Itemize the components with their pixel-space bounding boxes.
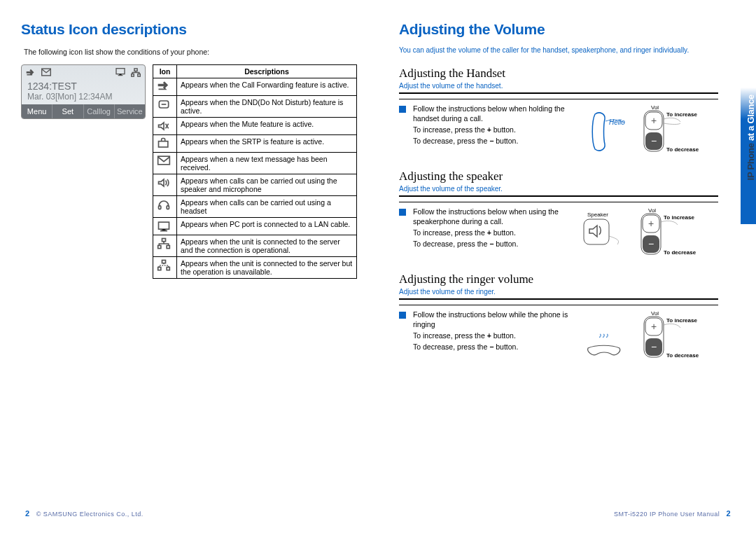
- left-intro: The following icon list show the conditi…: [24, 48, 357, 56]
- inst-text: Follow the instructions below when holdi…: [413, 104, 574, 147]
- cell-desc: Appears when the unit is connected to th…: [177, 257, 357, 279]
- cell-desc: Appears when the unit is connected to th…: [177, 235, 357, 257]
- cell-desc: Appears when the Mute feature is active.: [177, 118, 357, 135]
- section-ringer: Adjusting the ringer volume Adjust the v…: [399, 272, 718, 359]
- svg-rect-15: [162, 261, 166, 263]
- softkey-menu: Menu: [22, 104, 52, 118]
- envelope-icon: [41, 68, 51, 78]
- right-footer-text: SMT-i5220 IP Phone User Manual: [614, 511, 720, 518]
- h-speaker: Adjusting the speaker: [399, 169, 718, 184]
- cell-desc: Appears when calls can be carried out us…: [177, 196, 357, 218]
- icon-description-table: Ion Descriptions Appears when the Call F…: [153, 64, 357, 279]
- svg-rect-12: [162, 239, 166, 242]
- rule: [399, 298, 718, 305]
- mute-icon: [153, 118, 177, 135]
- svg-rect-11: [159, 222, 169, 229]
- svg-rect-3: [132, 74, 134, 77]
- svg-rect-16: [158, 268, 161, 270]
- graphic-handset: Hello + − Vol To increase To decreas: [581, 104, 718, 153]
- right-title: Adjusting the Volume: [399, 21, 735, 38]
- softkey-calllog: Calllog: [84, 104, 115, 118]
- forward-icon: [26, 68, 36, 78]
- vol-label: Vol: [651, 310, 659, 317]
- svg-text:−: −: [648, 238, 654, 249]
- svg-rect-2: [134, 69, 137, 71]
- cell-desc: Appears when the SRTP is feature is acti…: [177, 135, 357, 153]
- cell-desc: Appears when calls can be carried out us…: [177, 174, 357, 196]
- table-row: Appears when the Call Forwarding feature…: [153, 78, 357, 96]
- svg-rect-9: [159, 206, 161, 209]
- lcd-line1: 1234:TEST: [22, 79, 145, 92]
- right-intro: You can adjust the volume of the caller …: [399, 46, 735, 54]
- svg-rect-7: [159, 141, 168, 147]
- line1: Follow the instructions below while the …: [413, 310, 574, 329]
- note-speaker: Adjust the volume of the speaker.: [399, 185, 718, 193]
- lcd-status-icons-row: [22, 65, 145, 79]
- network-fail-icon: [153, 257, 177, 279]
- svg-rect-23: [584, 219, 609, 244]
- svg-text:+: +: [651, 321, 657, 332]
- table-row: Appears when PC port is connected to a L…: [153, 218, 357, 235]
- left-page-number: 2: [25, 509, 30, 518]
- svg-text:+: +: [648, 218, 654, 229]
- table-row: Appears when a new text message has been…: [153, 153, 357, 174]
- section-handset: Adjusting the Handset Adjust the volume …: [399, 67, 718, 153]
- th-desc: Descriptions: [177, 65, 357, 78]
- graphic-speaker: Speaker + − Vol To increase To decrease: [578, 207, 718, 256]
- table-row: Appears when the DND(Do Not Disturb) fea…: [153, 96, 357, 118]
- table-row: Appears when the unit is connected to th…: [153, 257, 357, 279]
- note-ringer: Adjust the volume of the ringer.: [399, 288, 718, 296]
- inc-label: To increase: [666, 111, 697, 118]
- dec-label: To decrease: [666, 352, 699, 359]
- lcd-line2: Mar. 03[Mon] 12:34AM: [22, 92, 145, 104]
- right-footer: SMT-i5220 IP Phone User Manual 2: [614, 509, 735, 518]
- svg-text:−: −: [651, 341, 657, 352]
- message-icon: [153, 153, 177, 174]
- dec-line: To decrease, press the − button.: [413, 137, 518, 145]
- network-icon: [131, 68, 141, 78]
- left-footer: 2 © SAMSUNG Electronics Co., Ltd.: [21, 509, 144, 518]
- bullet-icon: [399, 312, 406, 319]
- cell-desc: Appears when the Call Forwarding feature…: [177, 78, 357, 96]
- inst-row: Follow the instructions below when using…: [399, 207, 718, 256]
- svg-rect-10: [167, 206, 169, 209]
- inst-text: Follow the instructions below while the …: [413, 310, 574, 353]
- dec-label: To decrease: [666, 146, 699, 153]
- table-row: Appears when the unit is connected to th…: [153, 235, 357, 257]
- forward-icon: [153, 78, 177, 96]
- dec-line: To decrease, press the − button.: [413, 342, 518, 351]
- note-handset: Adjust the volume of the handset.: [399, 82, 718, 90]
- page-spread: Status Icon descriptions The following i…: [0, 0, 756, 533]
- headset-icon: [153, 196, 177, 218]
- phone-lcd: 1234:TEST Mar. 03[Mon] 12:34AM Menu Set …: [21, 64, 146, 119]
- inst-row: Follow the instructions below when holdi…: [399, 104, 718, 153]
- cell-desc: Appears when a new text message has been…: [177, 153, 357, 174]
- softkey-set: Set: [52, 104, 83, 118]
- dec-line: To decrease, press the − button.: [413, 240, 518, 248]
- th-icon: Ion: [153, 65, 177, 78]
- table-row: Appears when calls can be carried out us…: [153, 174, 357, 196]
- table-row: Appears when the SRTP is feature is acti…: [153, 135, 357, 153]
- svg-rect-8: [158, 156, 170, 165]
- inst-row: Follow the instructions below while the …: [399, 310, 718, 359]
- hello-label: Hello: [609, 118, 625, 126]
- svg-text:+: +: [651, 115, 657, 126]
- vol-label: Vol: [648, 207, 656, 214]
- pc-port-icon: [153, 218, 177, 235]
- table-row: Appears when the Mute feature is active.: [153, 118, 357, 135]
- ring-marks: ♪♪♪: [598, 331, 609, 339]
- right-page: Adjusting the Volume You can adjust the …: [378, 0, 756, 533]
- line1: Follow the instructions below when using…: [413, 207, 571, 226]
- speaker-label: Speaker: [587, 212, 608, 218]
- svg-rect-4: [138, 74, 141, 77]
- left-title: Status Icon descriptions: [21, 21, 357, 38]
- h-ringer: Adjusting the ringer volume: [399, 272, 718, 286]
- section-tab-label: IP Phone at a Glance: [746, 95, 756, 180]
- table-row: Appears when calls can be carried out us…: [153, 196, 357, 218]
- bullet-icon: [399, 209, 406, 216]
- speaker-icon: [153, 174, 177, 196]
- svg-rect-14: [167, 246, 169, 249]
- inc-line: To increase, press the + button.: [413, 125, 516, 134]
- h-handset: Adjusting the Handset: [399, 67, 718, 81]
- phone-lcd-wrap: 1234:TEST Mar. 03[Mon] 12:34AM Menu Set …: [21, 64, 146, 279]
